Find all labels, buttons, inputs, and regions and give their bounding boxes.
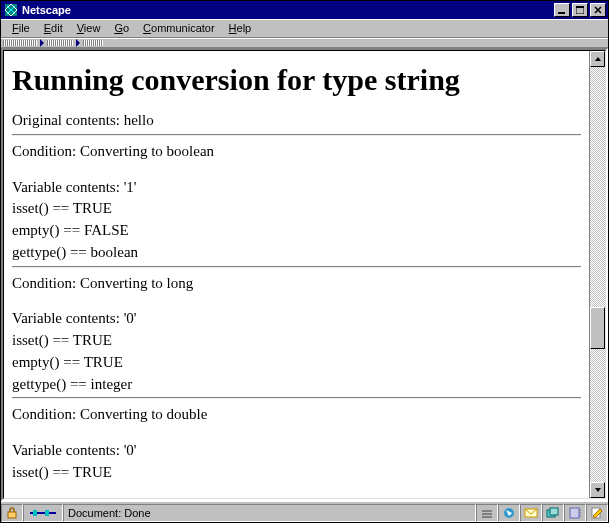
page-heading: Running conversion for type string — [12, 63, 581, 97]
composer-icon[interactable] — [586, 504, 608, 522]
menu-file[interactable]: File — [5, 21, 37, 35]
window-title: Netscape — [22, 4, 552, 16]
component-bar-toggle-icon[interactable] — [476, 504, 498, 522]
svg-rect-7 — [45, 510, 49, 516]
divider — [12, 397, 581, 399]
app-icon — [3, 2, 19, 18]
chevron-right-icon — [75, 39, 81, 47]
toolbar-grip[interactable] — [47, 40, 73, 46]
window-buttons — [552, 3, 606, 17]
gettype-line: gettype() == boolean — [12, 243, 581, 262]
svg-point-11 — [504, 508, 514, 518]
scroll-thumb[interactable] — [590, 307, 605, 349]
menu-help[interactable]: Help — [222, 21, 259, 35]
divider — [12, 134, 581, 136]
newsgroups-icon[interactable] — [542, 504, 564, 522]
condition-line: Condition: Converting to double — [12, 405, 581, 424]
svg-rect-4 — [8, 512, 16, 518]
maximize-button[interactable] — [572, 3, 588, 17]
isset-line: isset() == TRUE — [12, 463, 581, 482]
menu-view[interactable]: View — [70, 21, 108, 35]
svg-rect-2 — [576, 6, 584, 14]
variable-line: Variable contents: '0' — [12, 309, 581, 328]
toolbar-grip[interactable] — [3, 40, 37, 46]
isset-line: isset() == TRUE — [12, 199, 581, 218]
gettype-line: gettype() == integer — [12, 375, 581, 394]
svg-rect-10 — [482, 516, 492, 518]
variable-line: Variable contents: '0' — [12, 441, 581, 460]
security-icon[interactable] — [1, 504, 23, 522]
divider — [12, 266, 581, 268]
menu-communicator[interactable]: Communicator — [136, 21, 222, 35]
svg-rect-9 — [482, 513, 492, 515]
scroll-up-button[interactable] — [590, 51, 605, 67]
original-contents: Original contents: hello — [12, 111, 581, 130]
navigator-icon[interactable] — [498, 504, 520, 522]
close-button[interactable] — [590, 3, 606, 17]
document-viewport: Running conversion for type string Origi… — [4, 51, 589, 498]
toolbar-grip[interactable] — [83, 40, 103, 46]
content-area: Running conversion for type string Origi… — [1, 48, 608, 501]
scroll-down-button[interactable] — [590, 482, 605, 498]
svg-rect-3 — [576, 6, 584, 8]
svg-rect-0 — [5, 4, 17, 16]
condition-line: Condition: Converting to boolean — [12, 142, 581, 161]
variable-line: Variable contents: '1' — [12, 178, 581, 197]
toolbar-collapsed — [1, 38, 608, 48]
svg-rect-1 — [558, 12, 565, 14]
menubar: File Edit View Go Communicator Help — [1, 19, 608, 38]
svg-rect-14 — [550, 508, 558, 515]
mail-icon[interactable] — [520, 504, 542, 522]
statusbar: Document: Done — [1, 501, 608, 523]
titlebar: Netscape — [1, 1, 608, 19]
address-book-icon[interactable] — [564, 504, 586, 522]
connection-icon[interactable] — [23, 504, 63, 522]
minimize-button[interactable] — [554, 3, 570, 17]
svg-rect-12 — [525, 509, 537, 517]
svg-rect-19 — [592, 508, 600, 518]
svg-rect-8 — [482, 510, 492, 512]
empty-line: empty() == TRUE — [12, 353, 581, 372]
empty-line: empty() == FALSE — [12, 221, 581, 240]
menu-edit[interactable]: Edit — [37, 21, 70, 35]
svg-rect-6 — [33, 510, 37, 516]
chevron-right-icon — [39, 39, 45, 47]
status-text: Document: Done — [63, 504, 476, 522]
scroll-track[interactable] — [590, 67, 605, 482]
isset-line: isset() == TRUE — [12, 331, 581, 350]
vertical-scrollbar[interactable] — [589, 51, 605, 498]
menu-go[interactable]: Go — [107, 21, 136, 35]
condition-line: Condition: Converting to long — [12, 274, 581, 293]
svg-rect-13 — [547, 510, 555, 517]
svg-rect-15 — [570, 508, 579, 518]
